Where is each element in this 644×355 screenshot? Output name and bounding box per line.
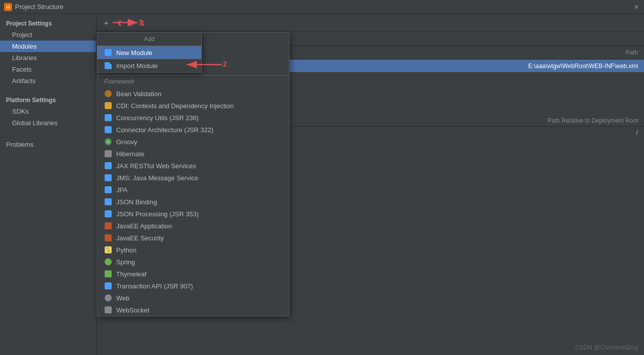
app-icon: IJ — [4, 3, 12, 11]
window-title: Project Structure — [15, 3, 64, 11]
hibernate-icon — [104, 150, 112, 158]
javaee-app-icon — [104, 222, 112, 230]
add-popup: Add New Module Import Module — [97, 32, 202, 73]
add-button[interactable]: + — [101, 18, 112, 29]
framework-item-web[interactable]: Web — [97, 292, 289, 304]
back-button[interactable] — [114, 18, 125, 29]
title-bar: IJ Project Structure ✕ — [0, 0, 644, 14]
sidebar-item-libraries[interactable]: Libraries — [0, 52, 96, 64]
framework-item-transaction[interactable]: Transaction API (JSR 907) — [97, 280, 289, 292]
framework-item-connector[interactable]: Connector Architecture (JSR 322) — [97, 124, 289, 136]
framework-item-groovy[interactable]: G Groovy — [97, 136, 289, 148]
import-module-icon — [104, 62, 112, 70]
import-module-item[interactable]: Import Module — [97, 59, 201, 72]
connector-icon — [104, 126, 112, 134]
framework-menu: Framework Bean Validation CDI: Contexts … — [97, 32, 289, 316]
python-icon: 🐍 — [104, 246, 112, 254]
framework-item-javaee-app[interactable]: JavaEE Application — [97, 220, 289, 232]
watermark: CSDN @ChristmasDog — [575, 344, 638, 351]
path-column-label: Path — [625, 49, 638, 56]
spring-icon — [104, 258, 112, 266]
new-module-item[interactable]: New Module — [97, 46, 201, 59]
forward-icon — [128, 19, 136, 27]
sidebar: Project Settings Project Modules Librari… — [0, 14, 97, 355]
javaee-security-icon — [104, 234, 112, 242]
project-settings-label: Project Settings — [0, 16, 96, 29]
framework-item-json-processing[interactable]: JSON Processing (JSR 353) — [97, 208, 289, 220]
svg-marker-1 — [130, 20, 134, 26]
framework-item-jms[interactable]: JMS: Java Message Service — [97, 172, 289, 184]
thymeleaf-icon — [104, 270, 112, 278]
toolbar: + 1 — [97, 14, 644, 32]
sidebar-item-artifacts[interactable]: Artifacts — [0, 75, 96, 87]
framework-item-websocket[interactable]: WebSocket — [97, 304, 289, 316]
framework-item-python[interactable]: 🐍 Python — [97, 244, 289, 256]
framework-item-thymeleaf[interactable]: Thymeleaf — [97, 268, 289, 280]
sidebar-item-global-libraries[interactable]: Global Libraries — [0, 117, 96, 129]
jms-icon — [104, 174, 112, 182]
sidebar-item-facets[interactable]: Facets — [0, 64, 96, 75]
descriptor-path: E:\aaa\wlgw\WebRoot\WEB-INF\web.xml — [528, 63, 638, 70]
sidebar-item-sdks[interactable]: SDKs — [0, 106, 96, 117]
web-icon — [104, 294, 112, 302]
framework-item-hibernate[interactable]: Hibernate — [97, 148, 289, 160]
new-module-icon — [104, 49, 112, 57]
back-icon — [115, 19, 123, 27]
framework-item-jpa[interactable]: JPA — [97, 184, 289, 196]
framework-item-json-binding[interactable]: JSON Binding — [97, 196, 289, 208]
concurrency-icon — [104, 114, 112, 122]
json-binding-icon — [104, 198, 112, 206]
cdi-icon — [104, 102, 112, 110]
jpa-icon — [104, 186, 112, 194]
close-button[interactable]: ✕ — [633, 4, 640, 11]
framework-item-jax[interactable]: JAX RESTful Web Services — [97, 160, 289, 172]
transaction-icon — [104, 282, 112, 290]
platform-settings-label: Platform Settings — [0, 93, 96, 106]
sidebar-item-project[interactable]: Project — [0, 29, 96, 41]
framework-item-javaee-security[interactable]: JavaEE Security — [97, 232, 289, 244]
row-path: / — [636, 129, 638, 136]
websocket-icon — [104, 306, 112, 314]
jax-icon — [104, 162, 112, 170]
annotation-1: 1 — [141, 19, 145, 27]
json-processing-icon — [104, 210, 112, 218]
framework-item-cdi[interactable]: CDI: Contexts and Dependency Injection — [97, 100, 289, 112]
framework-item-concurrency[interactable]: Concurrency Utils (JSR 236) — [97, 112, 289, 124]
framework-item-spring[interactable]: Spring — [97, 256, 289, 268]
svg-marker-0 — [117, 20, 121, 26]
add-popup-title: Add — [97, 33, 201, 46]
forward-button[interactable] — [127, 18, 138, 29]
sidebar-item-modules[interactable]: Modules — [0, 41, 96, 52]
sidebar-item-problems[interactable]: Problems — [0, 137, 96, 150]
bean-validation-icon — [104, 90, 112, 98]
framework-item-bean-validation[interactable]: Bean Validation — [97, 88, 289, 100]
framework-section-label: Framework — [97, 76, 289, 88]
col-header-path-relative: Path Relative to Deployment Root — [547, 117, 638, 124]
groovy-icon: G — [104, 138, 112, 146]
